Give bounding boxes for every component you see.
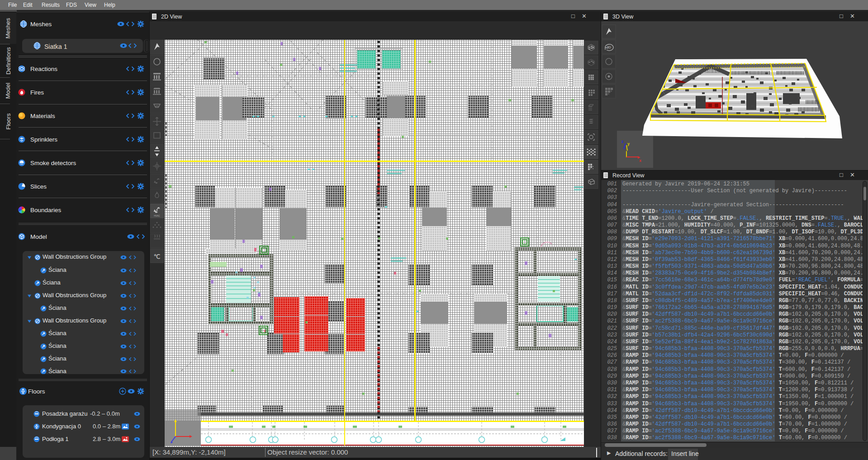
svg-text:x: x xyxy=(639,158,641,163)
svg-text:℃: ℃ xyxy=(154,253,161,260)
svg-text:y: y xyxy=(627,142,630,146)
svg-text:HVAC: HVAC xyxy=(154,214,160,217)
svg-text:3D: 3D xyxy=(607,45,611,49)
svg-text:z: z xyxy=(621,139,624,144)
